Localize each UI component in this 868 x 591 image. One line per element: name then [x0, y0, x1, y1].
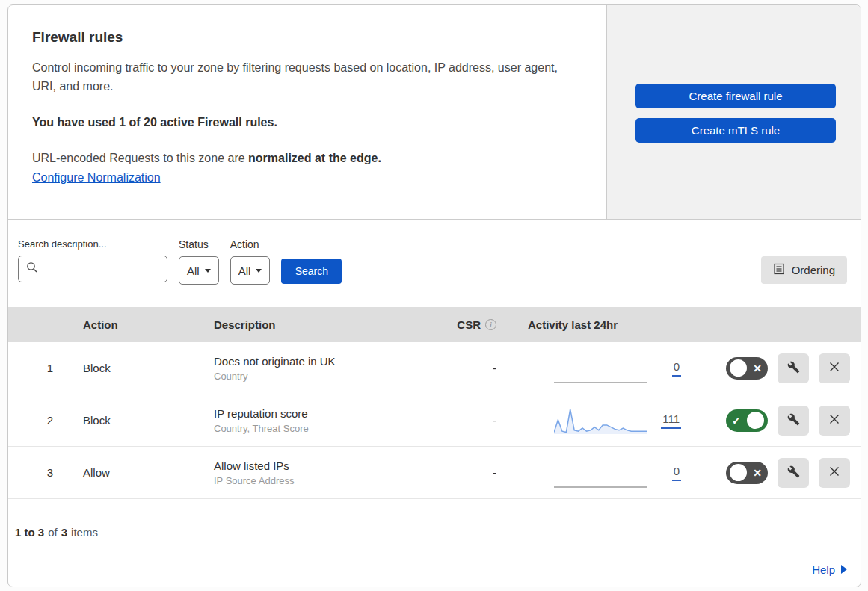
firewall-rules-card: Firewall rules Control incoming traffic … — [7, 4, 861, 587]
rule-csr-value: - — [442, 414, 528, 427]
status-dropdown[interactable]: All — [179, 256, 219, 285]
delete-rule-button[interactable] — [819, 458, 850, 488]
action-label: Action — [230, 238, 271, 250]
configure-normalization-link[interactable]: Configure Normalization — [32, 171, 161, 184]
normalization-text: URL-encoded Requests to this zone are — [32, 152, 248, 164]
usage-summary: You have used 1 of 20 active Firewall ru… — [32, 116, 576, 129]
delete-rule-button[interactable] — [819, 406, 850, 436]
rule-enabled-toggle[interactable]: ✕ — [726, 462, 768, 484]
chevron-down-icon — [205, 269, 211, 273]
page-description: Control incoming traffic to your zone by… — [32, 58, 559, 96]
create-firewall-rule-button[interactable]: Create firewall rule — [635, 84, 836, 108]
range-text: 1 to 3 — [15, 526, 44, 539]
ordering-button-label: Ordering — [792, 264, 835, 276]
rule-action: Block — [83, 414, 214, 427]
close-icon — [828, 361, 840, 375]
csr-column-header: CSR i — [442, 318, 528, 331]
rule-description-cell: Allow listed IPs IP Source Address — [214, 460, 442, 486]
items-text: items — [71, 526, 98, 539]
rule-controls: ✓ — [696, 406, 861, 436]
page-title: Firewall rules — [32, 29, 576, 46]
help-bar: Help — [8, 551, 861, 587]
delete-rule-button[interactable] — [819, 353, 850, 383]
edit-rule-button[interactable] — [778, 353, 809, 383]
ordering-list-icon — [773, 263, 785, 277]
action-filter-group: Action All — [230, 238, 271, 285]
action-dropdown-value: All — [238, 264, 251, 277]
rule-controls: ✕ — [696, 353, 861, 383]
rule-description: Does not originate in UK — [214, 355, 442, 368]
wrench-icon — [787, 465, 800, 480]
rule-description: IP reputation score — [214, 407, 442, 420]
info-icon[interactable]: i — [485, 319, 496, 330]
table-header: Action Description CSR i Activity last 2… — [8, 307, 861, 342]
status-label: Status — [179, 238, 219, 250]
activity-count-link[interactable]: 111 — [661, 412, 681, 429]
activity-sparkline — [554, 458, 647, 488]
table-row: 2 Block IP reputation score Country, Thr… — [8, 394, 861, 447]
close-icon — [828, 413, 840, 427]
rule-priority: 1 — [8, 362, 83, 374]
rule-priority: 2 — [8, 414, 83, 427]
edit-rule-button[interactable] — [778, 458, 809, 488]
toggle-state-icon: ✕ — [751, 467, 764, 479]
rule-activity-cell: 111 — [528, 406, 696, 436]
rule-csr-value: - — [442, 362, 528, 374]
search-input[interactable] — [43, 263, 179, 275]
rule-enabled-toggle[interactable]: ✓ — [726, 409, 768, 432]
actions-panel: Create firewall rule Create mTLS rule — [607, 5, 861, 219]
filter-bar: Search description... Status All Action … — [8, 220, 861, 307]
status-filter-group: Status All — [179, 238, 219, 285]
description-column-header: Description — [214, 318, 442, 331]
rule-description-cell: IP reputation score Country, Threat Scor… — [214, 407, 442, 434]
table-row: 1 Block Does not originate in UK Country… — [8, 342, 861, 394]
wrench-icon — [787, 361, 800, 376]
chevron-down-icon — [256, 269, 262, 273]
action-column-header: Action — [83, 318, 214, 331]
rule-action: Block — [83, 362, 214, 374]
toggle-knob — [747, 412, 764, 429]
activity-column-header: Activity last 24hr — [528, 318, 696, 331]
wrench-icon — [787, 413, 800, 428]
activity-count-link[interactable]: 0 — [672, 360, 681, 377]
toggle-knob — [730, 464, 747, 481]
activity-sparkline — [554, 406, 647, 436]
right-triangle-icon — [841, 565, 847, 574]
of-text: of — [48, 526, 58, 539]
rule-enabled-toggle[interactable]: ✕ — [726, 357, 768, 380]
activity-count-link[interactable]: 0 — [672, 465, 681, 481]
search-box — [18, 256, 167, 282]
rule-activity-cell: 0 — [528, 458, 696, 488]
toggle-knob — [730, 359, 747, 377]
rule-csr-value: - — [442, 466, 528, 479]
rule-controls: ✕ — [696, 458, 861, 488]
rule-fields: Country — [214, 371, 442, 382]
pagination-summary: 1 to 3 of 3 items — [8, 499, 861, 551]
total-text: 3 — [61, 526, 67, 539]
normalization-bold-text: normalized at the edge. — [248, 152, 381, 164]
help-link[interactable]: Help — [812, 563, 847, 576]
search-group: Search description... — [18, 238, 167, 282]
csr-column-label: CSR — [457, 318, 481, 331]
normalization-note: URL-encoded Requests to this zone are no… — [32, 152, 576, 165]
edit-rule-button[interactable] — [778, 406, 809, 436]
rule-description-cell: Does not originate in UK Country — [214, 355, 442, 382]
help-link-label: Help — [812, 563, 835, 576]
rule-fields: Country, Threat Score — [214, 423, 442, 434]
search-icon — [26, 262, 38, 276]
rule-priority: 3 — [8, 466, 83, 479]
table-row: 3 Allow Allow listed IPs IP Source Addre… — [8, 447, 861, 499]
rule-activity-cell: 0 — [528, 353, 696, 383]
toggle-state-icon: ✕ — [751, 362, 764, 374]
header-section: Firewall rules Control incoming traffic … — [8, 5, 861, 220]
rule-action: Allow — [83, 466, 214, 479]
status-dropdown-value: All — [187, 264, 200, 277]
close-icon — [828, 465, 840, 480]
ordering-button[interactable]: Ordering — [761, 256, 847, 284]
search-button[interactable]: Search — [281, 259, 342, 284]
activity-sparkline — [554, 353, 647, 383]
action-dropdown[interactable]: All — [230, 256, 271, 285]
create-mtls-rule-button[interactable]: Create mTLS rule — [635, 118, 836, 143]
header-content: Firewall rules Control incoming traffic … — [8, 5, 607, 219]
search-label: Search description... — [18, 238, 167, 250]
